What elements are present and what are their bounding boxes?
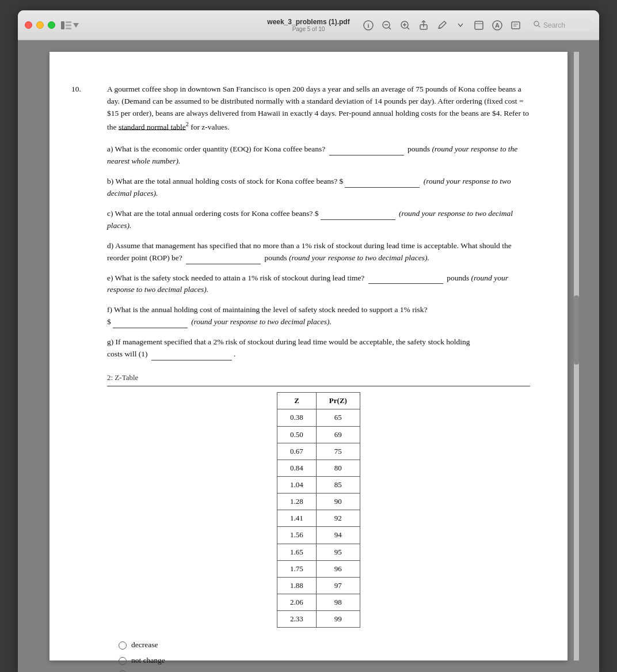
titlebar: week_3_problems (1).pdf Page 5 of 10 i <box>18 10 599 40</box>
file-title: week_3_problems (1).pdf <box>267 18 349 26</box>
intro-text: A gourmet coffee shop in downtown San Fr… <box>107 83 530 133</box>
sub-question-f: f) What is the annual holding cost of ma… <box>107 304 530 328</box>
markup-icon[interactable] <box>511 20 521 31</box>
answer-blank-a[interactable] <box>329 155 404 155</box>
traffic-lights <box>25 21 55 29</box>
sub-question-d: d) Assume that management has specified … <box>107 240 530 264</box>
svg-rect-20 <box>512 22 520 29</box>
table-row: 0.8480 <box>277 460 360 476</box>
svg-line-12 <box>407 27 410 29</box>
pdf-page: 10. A gourmet coffee shop in downtown Sa… <box>49 52 568 660</box>
svg-text:i: i <box>367 22 369 29</box>
answer-blank-g[interactable] <box>151 360 232 360</box>
sub-question-c: c) What are the total annual ordering co… <box>107 208 530 232</box>
radio-circle-decrease[interactable] <box>119 641 127 650</box>
table-row: 1.0485 <box>277 476 360 493</box>
ztable-reference: standard normal table <box>119 122 186 131</box>
table-row: 0.6775 <box>277 443 360 460</box>
table-row: 1.4192 <box>277 510 360 527</box>
svg-text:A: A <box>495 22 500 29</box>
table-row: 0.3865 <box>277 409 360 426</box>
svg-rect-1 <box>66 21 71 23</box>
text-size-icon[interactable]: A <box>492 20 502 31</box>
z-table-container: Z Pr(Z) 0.38650.50690.67750.84801.04851.… <box>107 392 530 628</box>
svg-rect-3 <box>66 28 71 29</box>
pen-icon[interactable] <box>437 20 447 31</box>
fullscreen-button[interactable] <box>48 21 55 29</box>
sub-question-a: a) What is the economic order quantity (… <box>107 143 530 168</box>
pdf-content-area: 10. A gourmet coffee shop in downtown Sa… <box>18 40 599 672</box>
z-table-section: 2: Z-Table Z Pr(Z) 0.38650.50690.67750.8… <box>107 372 530 628</box>
search-icon <box>534 21 540 29</box>
z-table-header-prz: Pr(Z) <box>316 393 360 409</box>
svg-line-8 <box>389 27 391 29</box>
radio-circle-not-change[interactable] <box>119 657 127 665</box>
radio-option-decrease: decrease <box>119 639 530 651</box>
file-info: week_3_problems (1).pdf Page 5 of 10 <box>267 18 349 32</box>
svg-line-24 <box>539 26 540 28</box>
svg-rect-0 <box>61 21 64 29</box>
table-row: 1.6595 <box>277 544 360 560</box>
question-number: 10. <box>71 83 81 96</box>
sub-question-e: e) What is the safety stock needed to at… <box>107 272 530 297</box>
question-intro: A gourmet coffee shop in downtown San Fr… <box>107 83 530 133</box>
sub-question-b: b) What are the total annual holding cos… <box>107 176 530 200</box>
svg-point-23 <box>534 21 539 26</box>
table-row: 2.3399 <box>277 611 360 628</box>
file-subtitle: Page 5 of 10 <box>267 26 349 32</box>
table-row: 1.8897 <box>277 577 360 594</box>
search-box[interactable]: Search <box>529 19 592 31</box>
radio-label-not-change: not change <box>131 655 165 667</box>
radio-options: decrease not change <box>119 639 530 672</box>
answer-blank-b[interactable] <box>345 187 420 188</box>
scrollbar-thumb[interactable] <box>574 295 579 365</box>
table-row: 1.5694 <box>277 527 360 544</box>
table-row: 1.7596 <box>277 560 360 577</box>
z-table-header-z: Z <box>277 393 317 409</box>
table-row: 0.5069 <box>277 426 360 443</box>
share-icon[interactable] <box>418 20 429 31</box>
answer-blank-f[interactable] <box>113 328 188 328</box>
info-icon[interactable]: i <box>363 20 374 31</box>
z-table-title: 2: Z-Table <box>107 372 530 386</box>
pages-icon[interactable] <box>474 20 484 31</box>
scrollbar[interactable] <box>574 52 579 660</box>
answer-blank-d[interactable] <box>186 264 261 264</box>
radio-option-not-change: not change <box>119 655 530 667</box>
search-label: Search <box>543 21 565 29</box>
answer-blank-e[interactable] <box>368 283 443 284</box>
svg-rect-2 <box>66 24 71 26</box>
table-row: 1.2890 <box>277 493 360 510</box>
zoom-in-icon[interactable] <box>400 20 410 31</box>
answer-blank-c[interactable] <box>321 219 395 220</box>
sub-question-g: g) If management specified that a 2% ris… <box>107 336 530 360</box>
zoom-out-icon[interactable] <box>382 20 392 31</box>
table-row: 2.0698 <box>277 594 360 610</box>
toolbar-icons: i <box>363 19 592 31</box>
minimize-button[interactable] <box>36 21 44 29</box>
app-window: week_3_problems (1).pdf Page 5 of 10 i <box>18 10 599 672</box>
sidebar-toggle[interactable] <box>61 21 79 29</box>
close-button[interactable] <box>25 21 32 29</box>
z-table: Z Pr(Z) 0.38650.50690.67750.84801.04851.… <box>277 392 360 628</box>
chevron-down-icon[interactable] <box>455 20 466 31</box>
svg-rect-16 <box>475 21 483 29</box>
radio-label-decrease: decrease <box>131 639 158 651</box>
